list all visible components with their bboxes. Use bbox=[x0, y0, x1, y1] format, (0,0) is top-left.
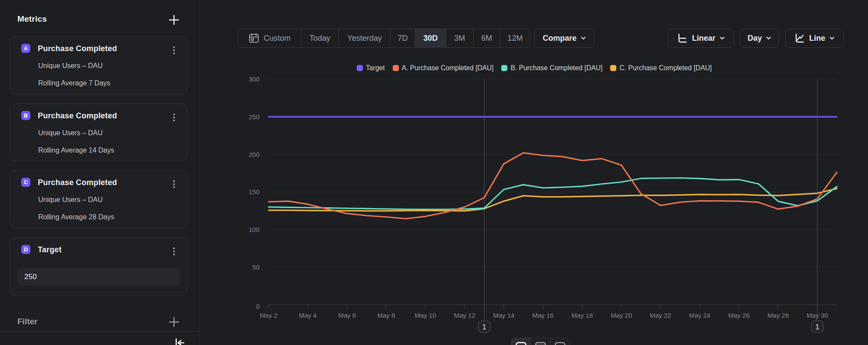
svg-text:100: 100 bbox=[249, 226, 260, 233]
svg-text:1: 1 bbox=[815, 323, 819, 331]
svg-text:300: 300 bbox=[249, 75, 260, 83]
svg-text:50: 50 bbox=[252, 264, 260, 271]
svg-text:May 6: May 6 bbox=[338, 312, 356, 319]
svg-text:May 4: May 4 bbox=[299, 312, 317, 319]
svg-text:May 10: May 10 bbox=[415, 312, 436, 319]
svg-text:May 16: May 16 bbox=[532, 312, 553, 319]
svg-text:250: 250 bbox=[249, 113, 260, 120]
svg-text:May 24: May 24 bbox=[689, 312, 710, 319]
svg-text:May 30: May 30 bbox=[807, 312, 828, 319]
svg-text:May 8: May 8 bbox=[377, 312, 395, 319]
svg-text:200: 200 bbox=[249, 151, 260, 158]
svg-text:May 26: May 26 bbox=[728, 312, 750, 319]
svg-text:May 12: May 12 bbox=[454, 312, 475, 319]
svg-text:May 28: May 28 bbox=[767, 312, 789, 319]
svg-text:May 20: May 20 bbox=[611, 312, 632, 319]
svg-text:150: 150 bbox=[249, 188, 260, 195]
svg-text:May 2: May 2 bbox=[260, 312, 278, 319]
svg-text:May 14: May 14 bbox=[493, 312, 514, 319]
svg-text:0: 0 bbox=[256, 303, 260, 310]
svg-text:May 18: May 18 bbox=[572, 312, 593, 319]
svg-text:May 22: May 22 bbox=[650, 312, 671, 319]
svg-text:1: 1 bbox=[482, 323, 486, 331]
